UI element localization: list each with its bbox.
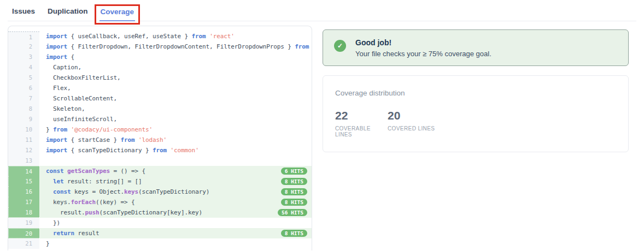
hits-badge: 8 HITS <box>280 229 308 237</box>
code-text: import { FilterDropdown, FilterDropdownC… <box>39 41 312 52</box>
code-line-1: 1import { useCallback, useRef, useState … <box>8 31 312 41</box>
code-panel: 1import { useCallback, useRef, useState … <box>8 26 312 250</box>
code-line-4: 4 Caption, <box>8 62 312 73</box>
stat-label: COVERABLE LINES <box>335 125 388 138</box>
line-number: 12 <box>8 145 39 156</box>
code-line-6: 6 Flex, <box>8 83 312 93</box>
code-line-2: 2import { FilterDropdown, FilterDropdown… <box>8 41 312 52</box>
code-line-13: 13 <box>8 156 312 166</box>
code-text: const keys = Object.keys(scanTypeDiction… <box>39 187 312 197</box>
line-number: 14 <box>8 166 39 176</box>
code-text: import { startCase } from 'lodash' <box>39 135 312 145</box>
code-text: return result <box>39 228 312 238</box>
code-line-8: 8 Skeleton, <box>8 104 312 114</box>
code-line-10: 10} from '@codacy/ui-components' <box>8 124 312 135</box>
code-line-9: 9 useInfiniteScroll, <box>8 114 312 124</box>
line-number: 13 <box>8 156 39 166</box>
tab-duplication[interactable]: Duplication <box>46 7 89 21</box>
coverage-distribution-stats: 22COVERABLE LINES20COVERED LINES <box>335 109 616 138</box>
code-line-14: 14const getScanTypes = () => {6 HITS <box>8 166 312 176</box>
code-text: } <box>39 238 312 249</box>
goal-banner-message: Your file checks your ≥ 75% coverage goa… <box>355 50 491 58</box>
code-line-18: 18 result.push(scanTypeDictionary[key].k… <box>8 207 312 218</box>
code-lines: 1import { useCallback, useRef, useState … <box>8 31 312 249</box>
tab-bar: IssuesDuplicationCoverage <box>8 0 636 21</box>
coverage-goal-banner: ✓ Good job! Your file checks your ≥ 75% … <box>323 29 629 66</box>
line-number: 7 <box>8 93 39 104</box>
line-number: 20 <box>8 228 39 238</box>
code-text <box>39 156 312 166</box>
coverage-distribution-card: Coverage distribution 22COVERABLE LINES2… <box>323 75 629 152</box>
stat-coverable-lines: 22COVERABLE LINES <box>335 109 388 138</box>
line-number: 16 <box>8 187 39 197</box>
line-number: 10 <box>8 124 39 135</box>
line-number: 21 <box>8 238 39 249</box>
line-number: 8 <box>8 104 39 114</box>
hits-badge: 8 HITS <box>280 198 308 206</box>
code-text: let result: string[] = [] <box>39 176 312 187</box>
goal-banner-text: Good job! Your file checks your ≥ 75% co… <box>355 38 491 58</box>
line-number: 15 <box>8 176 39 187</box>
code-line-3: 3import { <box>8 52 312 62</box>
code-line-15: 15 let result: string[] = []8 HITS <box>8 176 312 187</box>
code-line-17: 17 keys.forEach((key) => {8 HITS <box>8 197 312 207</box>
hits-badge: 6 HITS <box>280 167 308 175</box>
code-line-12: 12import { scanTypeDictionary } from 'co… <box>8 145 312 156</box>
stat-label: COVERED LINES <box>388 125 440 132</box>
code-line-19: 19 }) <box>8 218 312 228</box>
stat-covered-lines: 20COVERED LINES <box>388 109 440 138</box>
line-number: 9 <box>8 114 39 124</box>
code-text: const getScanTypes = () => { <box>39 166 312 176</box>
code-line-7: 7 ScrollableContent, <box>8 93 312 104</box>
stat-value: 20 <box>388 109 440 122</box>
code-text: import { scanTypeDictionary } from 'comm… <box>39 145 312 156</box>
code-text: Skeleton, <box>39 104 312 114</box>
line-number: 1 <box>8 31 39 41</box>
code-text: Flex, <box>39 83 312 93</box>
check-circle-icon: ✓ <box>334 40 346 52</box>
code-text: import { <box>39 52 312 62</box>
code-text: import { useCallback, useRef, useState }… <box>39 31 312 41</box>
stat-value: 22 <box>335 109 388 122</box>
code-text: keys.forEach((key) => { <box>39 197 312 207</box>
hits-badge: 8 HITS <box>280 177 308 186</box>
code-text: ScrollableContent, <box>39 93 312 104</box>
code-text: CheckboxFilterList, <box>39 73 312 83</box>
code-text: } from '@codacy/ui-components' <box>39 124 312 135</box>
line-number: 19 <box>8 218 39 228</box>
code-text: }) <box>39 218 312 228</box>
code-line-11: 11import { startCase } from 'lodash' <box>8 135 312 145</box>
right-column: ✓ Good job! Your file checks your ≥ 75% … <box>323 26 629 152</box>
line-number: 17 <box>8 197 39 207</box>
line-number: 6 <box>8 83 39 93</box>
line-number: 11 <box>8 135 39 145</box>
code-text: Caption, <box>39 62 312 73</box>
goal-banner-title: Good job! <box>355 38 491 47</box>
hits-badge: 8 HITS <box>280 188 308 196</box>
coverage-distribution-title: Coverage distribution <box>335 89 616 97</box>
line-number: 3 <box>8 52 39 62</box>
line-number: 4 <box>8 62 39 73</box>
line-number: 18 <box>8 207 39 218</box>
code-line-20: 20 return result8 HITS <box>8 228 312 238</box>
code-text: useInfiniteScroll, <box>39 114 312 124</box>
main-layout: 1import { useCallback, useRef, useState … <box>0 21 644 250</box>
line-number: 2 <box>8 41 39 52</box>
line-number: 5 <box>8 73 39 83</box>
code-text: result.push(scanTypeDictionary[key].key) <box>39 207 312 218</box>
tab-issues[interactable]: Issues <box>11 7 36 21</box>
hits-badge: 56 HITS <box>277 208 308 217</box>
code-line-5: 5 CheckboxFilterList, <box>8 73 312 83</box>
code-line-21: 21} <box>8 238 312 249</box>
tab-coverage[interactable]: Coverage <box>99 8 136 21</box>
code-line-16: 16 const keys = Object.keys(scanTypeDict… <box>8 187 312 197</box>
